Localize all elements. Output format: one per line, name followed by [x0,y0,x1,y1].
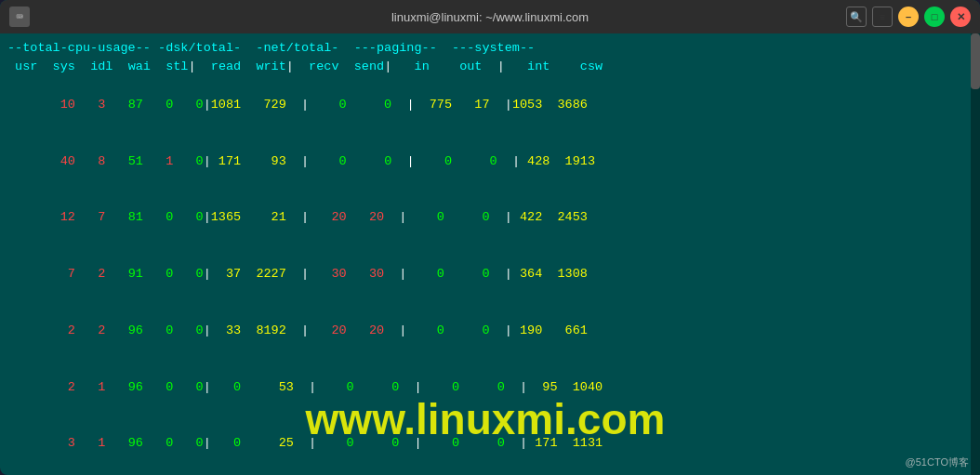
terminal-icon: ⌨ [9,7,30,27]
scrollbar[interactable] [971,33,980,475]
copyright: @51CTO博客 [906,455,969,469]
window-title: linuxmi@linuxmi: ~/www.linuxmi.com [391,10,589,24]
minimize-button[interactable]: – [898,7,919,27]
table-row: 12 7 81 0 0|1365 21 | 20 20 | 0 0 | 422 … [7,190,973,246]
scrollbar-thumb[interactable] [971,33,980,89]
window-controls: 🔍 ≡ – □ ✕ [846,7,971,27]
table-row: 3 1 96 0 0| 0 25 | 0 0 | 0 0 | 171 1131 [7,416,973,472]
header-line: --total-cpu-usage-- -dsk/total- -net/tot… [7,39,973,58]
maximize-button[interactable]: □ [924,7,945,27]
table-row: 2 1 96 0 0| 0 53 | 0 0 | 0 0 | 95 1040 [7,359,973,416]
search-button[interactable]: 🔍 [846,7,867,27]
titlebar-left: ⌨ [9,7,30,27]
terminal-window: ⌨ linuxmi@linuxmi: ~/www.linuxmi.com 🔍 ≡… [0,0,980,475]
terminal-body[interactable]: --total-cpu-usage-- -dsk/total- -net/tot… [0,33,980,475]
menu-button[interactable]: ≡ [872,7,893,27]
table-row: 40 8 51 1 0| 171 93 | 0 0 | 0 0 | 428 19… [7,133,973,190]
table-row: 2 2 96 0 0| 33 8192 | 20 20 | 0 0 | 190 … [7,303,973,360]
titlebar: ⌨ linuxmi@linuxmi: ~/www.linuxmi.com 🔍 ≡… [0,0,980,33]
table-row: 10 3 87 0 0|1081 729 | 0 0 | 775 17 |105… [7,77,973,134]
table-row: 7 2 91 0 0| 37 2227 | 30 30 | 0 0 | 364 … [7,246,973,303]
close-button[interactable]: ✕ [950,7,971,27]
col-headers: usr sys idl wai stl| read writ| recv sen… [7,58,973,76]
